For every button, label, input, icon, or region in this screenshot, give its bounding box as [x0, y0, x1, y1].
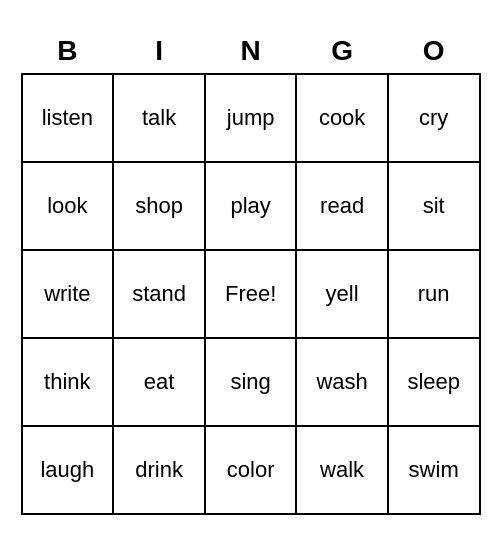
- table-cell: yell: [296, 250, 387, 338]
- table-cell: laugh: [22, 426, 114, 514]
- table-cell: color: [205, 426, 296, 514]
- header-row: B I N G O: [22, 29, 480, 74]
- header-i: I: [113, 29, 205, 74]
- table-cell: wash: [296, 338, 387, 426]
- table-cell: play: [205, 162, 296, 250]
- table-cell: listen: [22, 74, 114, 162]
- table-cell: look: [22, 162, 114, 250]
- table-row: laughdrinkcolorwalkswim: [22, 426, 480, 514]
- table-row: listentalkjumpcookcry: [22, 74, 480, 162]
- bingo-card: B I N G O listentalkjumpcookcrylookshopp…: [11, 19, 491, 525]
- table-cell: shop: [113, 162, 205, 250]
- table-row: thinkeatsingwashsleep: [22, 338, 480, 426]
- table-cell: Free!: [205, 250, 296, 338]
- table-cell: think: [22, 338, 114, 426]
- table-cell: sleep: [388, 338, 480, 426]
- table-cell: sing: [205, 338, 296, 426]
- table-cell: read: [296, 162, 387, 250]
- table-row: writestandFree!yellrun: [22, 250, 480, 338]
- header-b: B: [22, 29, 114, 74]
- table-cell: drink: [113, 426, 205, 514]
- bingo-table: B I N G O listentalkjumpcookcrylookshopp…: [21, 29, 481, 515]
- table-cell: write: [22, 250, 114, 338]
- header-o: O: [388, 29, 480, 74]
- table-cell: swim: [388, 426, 480, 514]
- table-row: lookshopplayreadsit: [22, 162, 480, 250]
- header-n: N: [205, 29, 296, 74]
- table-cell: eat: [113, 338, 205, 426]
- table-cell: talk: [113, 74, 205, 162]
- table-cell: sit: [388, 162, 480, 250]
- table-cell: cook: [296, 74, 387, 162]
- table-cell: jump: [205, 74, 296, 162]
- table-cell: run: [388, 250, 480, 338]
- table-cell: stand: [113, 250, 205, 338]
- table-cell: walk: [296, 426, 387, 514]
- header-g: G: [296, 29, 387, 74]
- table-cell: cry: [388, 74, 480, 162]
